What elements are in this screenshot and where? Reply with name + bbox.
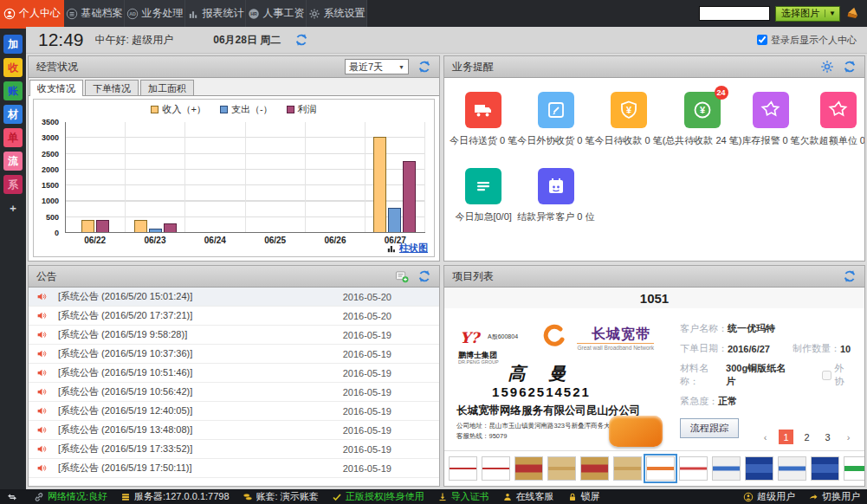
page-number-button[interactable]: 3 — [820, 430, 835, 444]
reminder-icon: ¥ — [692, 100, 713, 120]
range-select[interactable]: 最近7天 ▼ — [345, 59, 409, 74]
reminder-item[interactable]: 欠款超额单位 0 个 — [800, 92, 865, 147]
reminder-grid: 今日待送货 0 笔 今日外协收货 0 笔 ¥ — [444, 78, 864, 223]
pick-image-button[interactable]: 选择图片 ▼ — [775, 6, 840, 22]
reminder-tile — [538, 92, 574, 128]
nav-menu-item[interactable]: 报表统计 — [185, 0, 246, 27]
project-title: 项目列表 — [452, 269, 494, 284]
announcement-row[interactable]: [系统公告 (2016/5/20 15:01:24)] 2016-05-20 — [29, 288, 439, 307]
legend-swatch — [287, 106, 294, 113]
card-thumbnail[interactable] — [482, 456, 510, 481]
thumbnail-stripe — [812, 464, 838, 473]
status-item[interactable]: 正版授权|终身使用 — [332, 490, 424, 503]
card-thumbnail[interactable] — [745, 456, 773, 481]
status-item[interactable] — [7, 490, 21, 503]
chevron-down-icon[interactable]: ▼ — [825, 10, 839, 17]
card-thumbnail[interactable] — [547, 456, 576, 481]
sidebar-shortcut[interactable]: 流 — [3, 152, 23, 171]
nav-menu-item[interactable]: HR 人事工资 — [246, 0, 307, 27]
quantity-value: 10 — [840, 344, 851, 354]
horn-icon[interactable] — [845, 6, 860, 21]
card-thumbnail[interactable] — [811, 456, 839, 481]
card-thumbnail[interactable] — [679, 456, 708, 481]
bar-chart-link[interactable]: 柱状图 — [386, 242, 428, 255]
show-personal-checkbox[interactable] — [757, 35, 767, 45]
announcement-row[interactable]: [系统公告 (2016/5/19 9:58:28)] 2016-05-19 — [29, 326, 439, 345]
announcement-row[interactable]: [系统公告 (2016/5/20 17:37:21)] 2016-05-20 — [29, 307, 439, 326]
reminder-item[interactable]: 库存报警 0 笔 — [741, 92, 799, 147]
page-prev-button[interactable]: ‹ — [758, 430, 773, 444]
reminder-item[interactable]: 今日待送货 0 笔 — [450, 92, 517, 147]
announcement-row[interactable]: [系统公告 (2016/5/19 13:48:08)] 2016-05-19 — [29, 421, 439, 440]
status-item[interactable]: 超级用户 — [743, 490, 795, 503]
bar — [134, 220, 147, 232]
y-tick-label: 1500 — [42, 181, 59, 190]
refresh-icon[interactable] — [417, 269, 431, 283]
thumbnail-stripe — [515, 465, 542, 473]
brand-name-en: Great wall Broadband Network — [577, 343, 654, 351]
announcement-row[interactable]: [系统公告 (2016/5/19 10:56:42)] 2016-05-19 — [29, 383, 439, 402]
sidebar-shortcut[interactable]: 系 — [3, 175, 23, 194]
card-thumbnail[interactable] — [449, 456, 477, 481]
sidebar-shortcut[interactable]: 加 — [3, 35, 23, 54]
card-thumbnail[interactable] — [712, 456, 741, 481]
card-thumbnail[interactable] — [778, 456, 806, 481]
reminder-header: 业务提醒 — [444, 56, 864, 78]
business-tab[interactable]: 下单情况 — [85, 80, 139, 95]
page-number-button[interactable]: 1 — [779, 430, 793, 444]
announcement-row[interactable]: [系统公告 (2016/5/19 17:33:52)] 2016-05-19 — [29, 440, 439, 459]
panel-grid: 经营状况 最近7天 ▼ 收支情况 下单情况 加工面积 — [28, 55, 865, 487]
card-thumbnail[interactable] — [844, 456, 864, 481]
status-item[interactable]: 切换用户 — [808, 490, 860, 503]
sidebar-shortcut[interactable]: 账 — [3, 81, 23, 100]
sidebar-shortcut[interactable]: 材 — [3, 105, 23, 124]
announcement-row[interactable]: [系统公告 (2016/5/19 10:37:36)] 2016-05-19 — [29, 345, 439, 364]
status-text: 导入证书 — [451, 490, 489, 503]
status-item[interactable]: 网络情况:良好 — [34, 490, 107, 503]
reminder-item[interactable]: 结款异常客户 0 位 — [517, 168, 594, 223]
refresh-icon[interactable] — [417, 60, 431, 74]
material-value: 300g铜版纸名片 — [726, 362, 793, 388]
outsource-checkbox[interactable] — [822, 371, 831, 380]
reminder-item[interactable]: ¥ 24 (总共待收款 24 笔) — [663, 92, 742, 147]
announcement-row[interactable]: [系统公告 (2016/5/19 12:40:05)] 2016-05-19 — [29, 402, 439, 421]
page-number-button[interactable]: 2 — [799, 430, 814, 444]
nav-menu-item[interactable]: 系统设置 — [307, 0, 367, 27]
card-thumbnail[interactable] — [580, 456, 609, 481]
gear-icon[interactable] — [820, 60, 834, 74]
sidebar-shortcut[interactable]: 收 — [3, 58, 23, 77]
refresh-icon[interactable] — [843, 269, 857, 283]
status-item[interactable]: 服务器:127.0.0.1:7798 — [120, 490, 229, 503]
announcement-row[interactable]: [系统公告 (2016/5/19 17:50:11)] 2016-05-19 — [29, 459, 439, 478]
status-item[interactable]: 导入证书 — [437, 490, 489, 503]
svg-text:HR: HR — [250, 11, 257, 16]
status-item[interactable]: 在线客服 — [502, 490, 554, 503]
reminder-item[interactable]: ¥ 今日待收款 0 笔 — [594, 92, 662, 147]
reminder-item[interactable]: 今日外协收货 0 笔 — [517, 92, 594, 147]
nav-menu-item[interactable]: AD 业务处理 — [125, 0, 185, 27]
card-thumbnail[interactable] — [613, 456, 642, 481]
image-search-input[interactable] — [699, 6, 770, 21]
process-track-button[interactable]: 流程跟踪 — [680, 418, 739, 438]
sidebar-shortcut[interactable]: 单 — [3, 128, 23, 147]
sidebar-shortcut[interactable]: ＋ — [3, 198, 23, 217]
refresh-icon[interactable] — [294, 33, 308, 47]
reminder-item[interactable]: 今日加急[0/0] — [450, 168, 517, 223]
nav-menu-icon — [3, 8, 16, 20]
project-body: 1051 Y? A股600804 鹏博士集团 DR.PENG GROUP 长城宽… — [444, 288, 864, 486]
bar-group — [126, 122, 185, 232]
pick-image-label: 选择图片 — [776, 7, 825, 20]
business-tab[interactable]: 收支情况 — [29, 80, 83, 96]
nav-menu-item[interactable]: 个人中心 — [0, 0, 64, 27]
refresh-icon[interactable] — [843, 60, 857, 74]
nav-menu-item[interactable]: 基础档案 — [64, 0, 125, 27]
business-tab[interactable]: 加工面积 — [140, 80, 194, 95]
status-item[interactable]: 锁屏 — [567, 490, 600, 503]
add-note-icon[interactable] — [395, 269, 409, 283]
reminder-icon — [760, 100, 781, 120]
status-item[interactable]: 账套: 演示账套 — [243, 490, 319, 503]
card-thumbnail[interactable] — [514, 456, 543, 481]
card-thumbnail[interactable] — [646, 456, 675, 481]
page-next-button[interactable]: › — [841, 430, 856, 444]
announcement-row[interactable]: [系统公告 (2016/5/19 10:51:46)] 2016-05-19 — [29, 364, 439, 383]
